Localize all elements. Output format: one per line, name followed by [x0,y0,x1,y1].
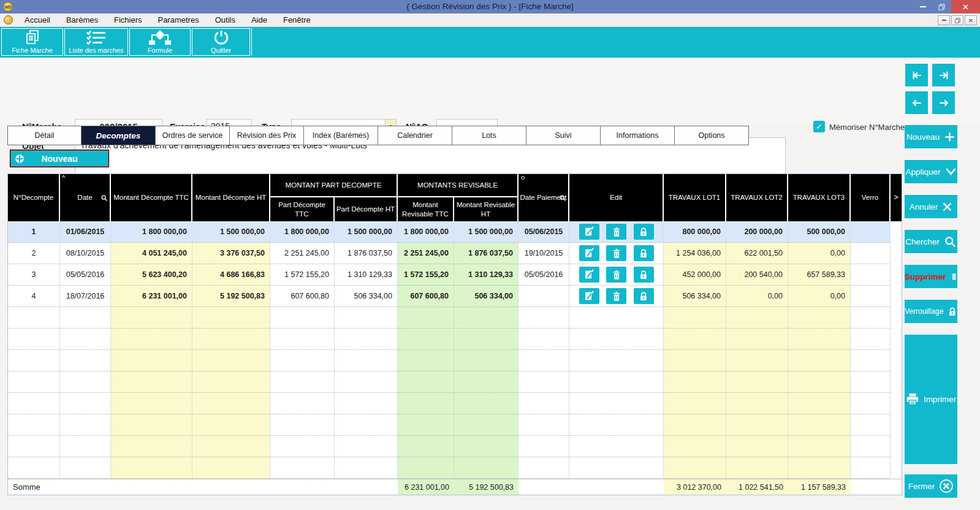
nouveau-decompte-button[interactable]: Nouveau [10,150,109,167]
cell-part-decompte-ht[interactable]: 506 334,00 [335,286,398,307]
maximize-button[interactable] [932,0,951,13]
cell-travaux-lot2[interactable]: 0,00 [726,286,788,307]
liste-des-marches-button[interactable]: Liste des marches [64,28,128,56]
cell-montant-revisable-ht[interactable]: 506 334,00 [454,286,518,307]
fermer-button[interactable]: Fermer [905,474,957,498]
cell-montant-decompte-ttc[interactable]: 5 623 400,20 [111,264,192,286]
cell-montant-decompte-ht[interactable]: 5 192 500,83 [192,286,270,307]
cell-date-paiement[interactable]: 05/06/2015 [518,221,569,243]
quitter-button[interactable]: Quitter [192,28,250,56]
cell-montant-decompte-ttc[interactable]: 1 800 000,00 [111,221,192,243]
lock-row-button[interactable] [634,267,654,283]
table-row[interactable]: 2 08/10/2015 4 051 245,00 3 376 037,50 2… [8,243,902,264]
supprimer-button[interactable]: Supprimer [905,265,957,288]
cell-montant-revisable-ht[interactable]: 1 500 000,00 [454,221,518,243]
delete-row-button[interactable] [606,245,626,261]
last-record-button[interactable] [932,64,955,86]
cell-travaux-lot1[interactable]: 800 000,00 [664,221,726,243]
header-montant-decompte-ttc[interactable]: Montant Décompte TTC [111,174,192,221]
fiche-marche-button[interactable]: Fiche Marche [1,28,63,56]
delete-row-button[interactable] [606,267,626,283]
cell-part-decompte-ttc[interactable]: 1 572 155,20 [270,264,335,286]
cell-part-decompte-ht[interactable]: 1 876 037,50 [335,243,398,264]
cell-montant-revisable-ttc[interactable]: 1 800 000,00 [398,221,454,243]
close-button[interactable]: ✕ [951,0,980,13]
menu-aide[interactable]: Aide [243,15,275,25]
verrouillage-button[interactable]: Verrouillage [905,300,957,323]
header-verro[interactable]: Verro [851,174,891,221]
cell-travaux-lot3[interactable]: 0,00 [788,243,851,264]
cell-travaux-lot3[interactable]: 0,00 [788,286,851,307]
cell-date[interactable]: 01/06/2015 [60,221,111,243]
cell-travaux-lot2[interactable]: 200 540,00 [726,264,788,286]
cell-travaux-lot1[interactable]: 1 254 036,00 [664,243,726,264]
mdi-restore-button[interactable] [951,15,963,25]
edit-row-button[interactable] [579,288,599,304]
cell-montant-decompte-ttc[interactable]: 4 051 245,00 [111,243,192,264]
menu-outils[interactable]: Outils [207,15,243,25]
cell-date-paiement[interactable]: 19/10/2015 [518,243,569,264]
search-icon[interactable] [101,194,108,204]
cell-num[interactable]: 2 [8,243,60,264]
table-row[interactable]: 4 18/07/2016 6 231 001,00 5 192 500,83 6… [8,286,902,307]
tab-options[interactable]: Options [675,126,749,145]
previous-record-button[interactable] [905,91,928,114]
cell-montant-revisable-ttc[interactable]: 2 251 245,00 [398,243,454,264]
cell-montant-revisable-ttc[interactable]: 1 572 155,20 [398,264,454,286]
mdi-close-button[interactable]: ✕ [965,15,977,25]
cell-travaux-lot2[interactable]: 200 000,00 [726,221,788,243]
lock-row-button[interactable] [634,245,654,261]
tab-revision-des-prix[interactable]: Révision des Prix [230,126,304,145]
chercher-button[interactable]: Chercher [905,230,957,253]
search-icon[interactable] [559,194,566,204]
header-date-paiement[interactable]: Date Paiement [518,174,569,221]
edit-row-button[interactable] [579,245,599,261]
cell-num[interactable]: 4 [8,286,60,307]
lock-row-button[interactable] [634,224,654,240]
memoriser-checkbox[interactable]: ✓ [813,121,825,132]
next-record-button[interactable] [932,91,955,114]
header-part-decompte-ht[interactable]: Part Décompte HT [335,197,398,221]
tab-calendrier[interactable]: Calendrier [378,126,452,145]
formule-button[interactable]: Formule [129,28,191,56]
cell-travaux-lot3[interactable]: 657 589,33 [788,264,851,286]
header-num-decompte[interactable]: N°Decompte [8,174,60,221]
menu-fenetre[interactable]: Fenêtre [275,15,319,25]
scroll-columns-right-button[interactable]: > [891,174,902,221]
cell-part-decompte-ttc[interactable]: 607 600,80 [270,286,335,307]
table-row[interactable]: 3 05/05/2016 5 623 400,20 4 686 166,83 1… [8,264,902,286]
cell-num[interactable]: 1 [8,221,60,243]
cell-travaux-lot3[interactable]: 500 000,00 [788,221,851,243]
menu-fichiers[interactable]: Fichiers [106,15,150,25]
cell-travaux-lot1[interactable]: 506 334,00 [664,286,726,307]
tab-ordres-de-service[interactable]: Ordres de service [156,126,230,145]
cell-montant-decompte-ht[interactable]: 1 500 000,00 [192,221,270,243]
delete-row-button[interactable] [606,288,626,304]
edit-row-button[interactable] [579,267,599,283]
delete-row-button[interactable] [606,224,626,240]
menu-accueil[interactable]: Accueil [17,15,58,25]
cell-montant-revisable-ttc[interactable]: 607 600,80 [398,286,454,307]
nouveau-button[interactable]: Nouveau [905,125,957,148]
tab-informations[interactable]: Informations [601,126,675,145]
edit-row-button[interactable] [579,224,599,240]
cell-part-decompte-ttc[interactable]: 1 800 000,00 [270,221,335,243]
tab-index-baremes[interactable]: Index (Barémes) [304,126,378,145]
appliquer-button[interactable]: Appliquer [905,160,957,183]
header-montant-decompte-ht[interactable]: Montant Décompte HT [192,174,270,221]
cell-date-paiement[interactable] [518,286,569,307]
tab-detail[interactable]: Détail [7,126,82,145]
cell-montant-decompte-ttc[interactable]: 6 231 001,00 [111,286,192,307]
header-travaux-lot1[interactable]: TRAVAUX LOT1 [664,174,726,221]
cell-part-decompte-ht[interactable]: 1 310 129,33 [335,264,398,286]
tab-suivi[interactable]: Suivi [526,126,601,145]
header-date[interactable]: ^ Date [60,174,111,221]
header-montant-revisable-ttc[interactable]: Montant Revisable TTC [398,197,454,221]
cell-date[interactable]: 08/10/2015 [60,243,111,264]
table-row[interactable]: 1 01/06/2015 1 800 000,00 1 500 000,00 1… [8,221,902,243]
cell-part-decompte-ttc[interactable]: 2 251 245,00 [270,243,335,264]
minimize-button[interactable] [913,0,932,13]
cell-montant-revisable-ht[interactable]: 1 310 129,33 [454,264,518,286]
cell-montant-decompte-ht[interactable]: 4 686 166,83 [192,264,270,286]
header-travaux-lot3[interactable]: TRAVAUX LOT3 [788,174,851,221]
